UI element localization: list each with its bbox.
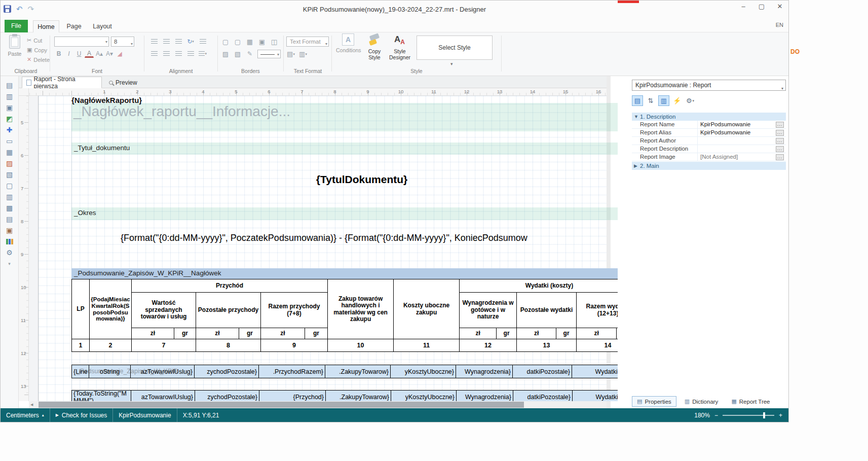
picture-component-icon[interactable]: ▧ bbox=[4, 169, 16, 180]
align-top-icon[interactable] bbox=[149, 37, 159, 46]
document-title-expression[interactable]: {TytulDokumentu} bbox=[71, 173, 618, 186]
header-cell-period[interactable]: {PodajMiesiacKwartalRok(SposobPodsumowan… bbox=[90, 279, 132, 339]
sort-az-icon[interactable]: ⇅ bbox=[645, 95, 656, 106]
tab-page[interactable]: Page bbox=[62, 20, 86, 33]
italic-button[interactable]: I bbox=[64, 49, 73, 58]
band-document-title[interactable]: _Tytuł_dokumentu bbox=[71, 143, 618, 155]
data-cell[interactable]: zychodPozostale} bbox=[194, 365, 259, 378]
shrink-font-button[interactable]: A▾ bbox=[105, 49, 114, 58]
format-rules-icon[interactable]: ▥▾ bbox=[298, 49, 308, 58]
data-cell[interactable]: .PrzychodRazem} bbox=[258, 365, 325, 378]
property-ellipsis-button[interactable]: ... bbox=[776, 154, 784, 160]
header-num-2[interactable]: 2 bbox=[90, 339, 132, 352]
underline-button[interactable]: U bbox=[74, 49, 84, 58]
header-cell-zl[interactable]: zł bbox=[517, 328, 556, 339]
data-cell[interactable]: oString bbox=[89, 365, 131, 378]
horizontal-scroll-thumb[interactable] bbox=[39, 402, 524, 408]
page-setup-icon[interactable]: ▤ bbox=[4, 80, 16, 91]
data-cell[interactable]: datkiPozostale} bbox=[512, 365, 572, 378]
fill-color-icon[interactable]: ▨ bbox=[221, 49, 230, 58]
font-name-select[interactable]: ▾ bbox=[54, 37, 109, 47]
data-cell[interactable]: zychodPozostale} bbox=[195, 390, 259, 401]
zoom-slider-thumb[interactable] bbox=[763, 412, 765, 418]
property-value[interactable]: [Not Assigned] bbox=[698, 153, 776, 161]
tab-report-tree[interactable]: ▦Report Tree bbox=[726, 396, 775, 407]
align-bottom-icon[interactable] bbox=[174, 37, 183, 46]
line-style-select[interactable]: ▾ bbox=[257, 50, 281, 58]
section-main[interactable]: ▶ 2. Main bbox=[632, 162, 786, 170]
band-document-title-label[interactable]: _Tytuł_dokumentu bbox=[74, 144, 130, 152]
border-pen-icon[interactable]: ✎ bbox=[245, 49, 254, 58]
delete-button[interactable]: ✕Delete bbox=[27, 55, 50, 64]
select-style-gallery[interactable]: Select Style bbox=[417, 36, 493, 60]
data-cell[interactable]: WydatkiRaze bbox=[572, 390, 618, 401]
clear-format-button[interactable]: ◢ bbox=[115, 49, 124, 58]
conditions-button[interactable]: A Conditions bbox=[336, 33, 360, 72]
header-num-8[interactable]: 8 bbox=[196, 339, 261, 352]
shading-icon[interactable]: ▧ bbox=[233, 49, 242, 58]
zoom-slider[interactable] bbox=[723, 415, 774, 416]
band-okres[interactable]: _Okres bbox=[71, 207, 618, 220]
band-table-header[interactable]: _Podsumowanie_Zapisów_W_KPiR__Nagłówek bbox=[71, 268, 618, 279]
header-num-13[interactable]: 13 bbox=[517, 339, 577, 352]
scroll-left-icon[interactable]: ◀ bbox=[30, 403, 33, 407]
band-okres-label[interactable]: _Okres bbox=[74, 209, 96, 217]
tab-home[interactable]: Home bbox=[33, 20, 59, 33]
border-none-icon[interactable]: ▢ bbox=[233, 37, 242, 46]
conditional-format-icon[interactable]: ▤▾ bbox=[286, 49, 295, 58]
align-justify-icon[interactable] bbox=[186, 49, 195, 58]
data-cell[interactable]: WydatkiRaze bbox=[572, 365, 618, 378]
header-cell-zl[interactable]: zł bbox=[460, 328, 497, 339]
data-cell[interactable]: .ZakupyTowarow} bbox=[325, 365, 391, 378]
matrix-component-icon[interactable]: ▩ bbox=[4, 202, 16, 214]
header-cell-gr[interactable]: gr bbox=[556, 328, 577, 339]
header-num-12[interactable]: 12 bbox=[460, 339, 517, 352]
tab-report-page[interactable]: Raport - Strona pierwsza bbox=[22, 77, 102, 88]
language-badge[interactable]: EN bbox=[776, 22, 783, 28]
rotate-text-icon[interactable]: ↻▾ bbox=[186, 37, 195, 46]
panel-component-icon[interactable]: ▢ bbox=[4, 180, 16, 191]
categorized-view-icon[interactable]: ▤ bbox=[632, 95, 643, 106]
status-report-name[interactable]: KpirPodsumowanie bbox=[113, 408, 176, 422]
move-tool-icon[interactable]: ✚ bbox=[4, 124, 16, 135]
component-selector[interactable]: KpirPodsumowanie : Report▾ bbox=[632, 80, 786, 91]
header-cell-wydatki[interactable]: Wydatki (koszty) bbox=[460, 279, 618, 293]
paste-button[interactable]: Paste bbox=[5, 35, 25, 57]
text-component-icon[interactable]: ▭ bbox=[4, 135, 16, 147]
maximize-button[interactable]: ▢ bbox=[756, 3, 767, 10]
bold-button[interactable]: B bbox=[54, 49, 63, 58]
data-cell[interactable]: {Przychod} bbox=[259, 390, 326, 401]
components-icon[interactable]: ◩ bbox=[4, 113, 16, 124]
design-surface[interactable]: {NagłówekRaportu} _Nagłówek_raportu__Inf… bbox=[29, 96, 618, 401]
minimize-button[interactable]: – bbox=[738, 3, 749, 10]
align-left-icon[interactable] bbox=[149, 49, 159, 58]
copy-button[interactable]: ▣Copy bbox=[27, 45, 50, 55]
okres-expression[interactable]: {Format("{0:dd-MM-yyyy}", PoczatekPodsum… bbox=[121, 233, 527, 243]
data-cell[interactable]: Wynagrodzenia} bbox=[456, 365, 513, 378]
units-selector[interactable]: Centimeters▴ bbox=[1, 408, 50, 422]
property-ellipsis-button[interactable]: ... bbox=[776, 138, 784, 144]
data-cell[interactable]: {Today.ToString("MMMM") bbox=[71, 390, 131, 401]
align-middle-icon[interactable] bbox=[162, 37, 171, 46]
data-cell[interactable]: datkiPozostale} bbox=[513, 390, 573, 401]
header-cell-gr[interactable]: gr bbox=[617, 328, 618, 339]
header-cell-gr[interactable]: gr bbox=[239, 328, 261, 339]
border-inside-icon[interactable]: ◫ bbox=[270, 37, 279, 46]
screen-component-icon[interactable]: ▥ bbox=[4, 191, 16, 202]
font-size-select[interactable]: 8▾ bbox=[111, 37, 134, 47]
property-ellipsis-button[interactable]: ... bbox=[776, 122, 784, 128]
data-cell[interactable]: {Line bbox=[71, 365, 89, 378]
header-cell-gr[interactable]: gr bbox=[497, 328, 517, 339]
cut-button[interactable]: ✂Cut bbox=[27, 36, 50, 45]
header-cell-zl[interactable]: zł bbox=[132, 328, 174, 339]
zoom-out-button[interactable]: − bbox=[714, 412, 718, 419]
header-cell-zl[interactable]: zł bbox=[196, 328, 239, 339]
align-right-icon[interactable] bbox=[174, 49, 183, 58]
tab-preview[interactable]: Preview bbox=[105, 77, 145, 88]
header-cell-pozostale-wydatki[interactable]: Pozostałe wydatki bbox=[517, 293, 577, 328]
events-lightning-icon[interactable]: ⚡ bbox=[671, 95, 683, 106]
header-cell-zl[interactable]: zł bbox=[261, 328, 305, 339]
header-cell-przychod[interactable]: Przychód bbox=[132, 279, 328, 293]
property-value[interactable]: KpirPodsumowanie bbox=[698, 129, 776, 136]
header-cell-lp[interactable]: LP bbox=[72, 279, 90, 339]
